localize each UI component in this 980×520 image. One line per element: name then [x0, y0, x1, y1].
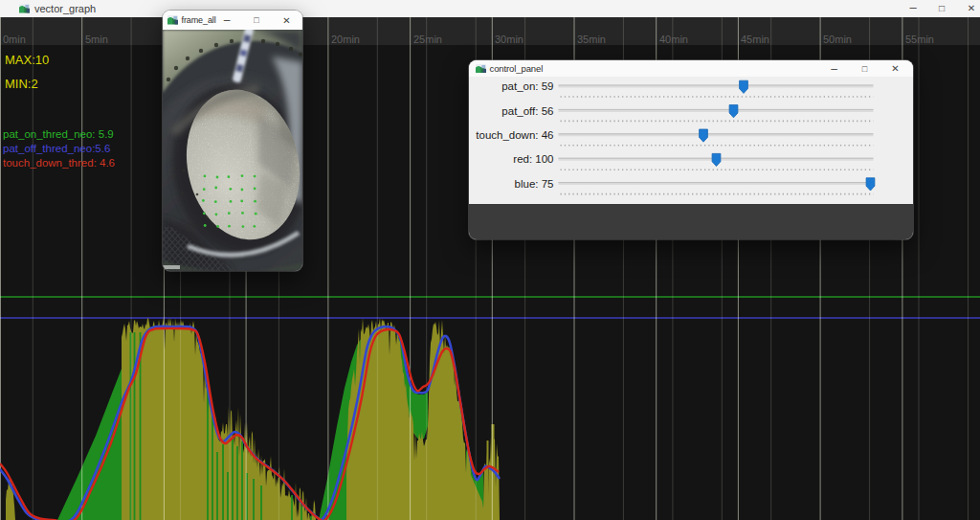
- svg-text:pat_off: 56: pat_off: 56: [501, 105, 553, 117]
- svg-text:touch_down_thred: 4.6: touch_down_thred: 4.6: [3, 157, 115, 169]
- svg-text:25min: 25min: [413, 34, 442, 45]
- svg-text:40min: 40min: [659, 34, 688, 45]
- svg-text:45min: 45min: [741, 34, 769, 45]
- svg-text:50min: 50min: [823, 34, 852, 45]
- svg-text:35min: 35min: [577, 34, 606, 45]
- svg-text:red: 100: red: 100: [513, 153, 553, 165]
- svg-text:MIN:2: MIN:2: [5, 77, 38, 91]
- svg-text:pat_on: 59: pat_on: 59: [501, 80, 553, 92]
- svg-text:MAX:10: MAX:10: [5, 53, 49, 67]
- svg-text:30min: 30min: [495, 34, 523, 45]
- svg-text:pat_off_thred_neo:5.6: pat_off_thred_neo:5.6: [3, 143, 110, 154]
- svg-text:pat_on_thred_neo: 5.9: pat_on_thred_neo: 5.9: [3, 128, 114, 140]
- svg-text:20min: 20min: [331, 34, 360, 45]
- svg-text:5min: 5min: [85, 34, 108, 45]
- svg-text:touch_down: 46: touch_down: 46: [476, 129, 553, 141]
- svg-text:blue: 75: blue: 75: [514, 178, 553, 190]
- svg-text:55min: 55min: [905, 34, 934, 45]
- svg-text:0min: 0min: [3, 34, 26, 45]
